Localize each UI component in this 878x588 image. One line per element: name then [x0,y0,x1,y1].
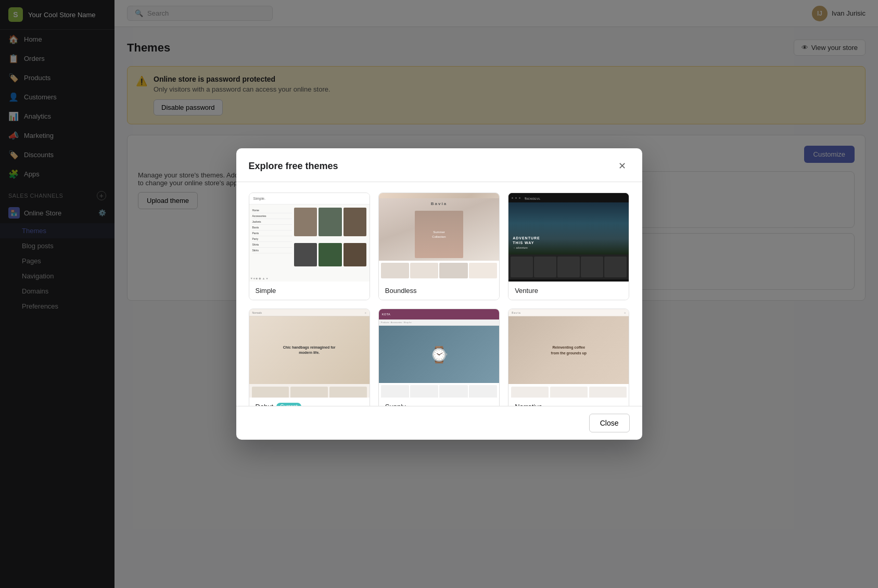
theme-name-simple: Simple [249,282,370,300]
theme-name-supply: Supply [379,398,499,406]
theme-preview-venture: SNOWDEVIL ADVENTURETHIS WAY → adventure [508,193,629,282]
modal-title: Explore free themes [249,161,338,172]
theme-preview-boundless: Bavia SummerCollection [379,193,499,282]
modal-body: Simple. Home Accessories Jackets Boots P… [236,182,642,406]
theme-name-venture: Venture [508,282,629,300]
close-icon: ✕ [618,160,626,172]
theme-item-boundless[interactable]: Bavia SummerCollection [378,193,500,300]
theme-item-venture[interactable]: SNOWDEVIL ADVENTURETHIS WAY → adventure [508,193,629,300]
theme-item-narrative[interactable]: Bavia ≡ Reinventing coffeefrom the groun… [508,309,629,406]
explore-themes-modal: Explore free themes ✕ Simple. Home [236,148,642,440]
theme-name-narrative: Narrative [508,398,629,406]
theme-name-debut: Debut Current [249,398,370,406]
theme-item-supply[interactable]: KOTA Products · Accessories · Shop for S… [378,309,500,406]
modal-overlay[interactable]: Explore free themes ✕ Simple. Home [0,0,878,588]
theme-preview-supply: KOTA Products · Accessories · Shop for [379,309,499,398]
theme-preview-narrative: Bavia ≡ Reinventing coffeefrom the groun… [508,309,629,398]
theme-item-simple[interactable]: Simple. Home Accessories Jackets Boots P… [249,193,370,300]
modal-footer: Close [236,406,642,440]
theme-name-boundless: Boundless [379,282,499,300]
modal-close-footer-button[interactable]: Close [589,414,630,432]
theme-preview-simple: Simple. Home Accessories Jackets Boots P… [249,193,370,282]
modal-header: Explore free themes ✕ [236,148,642,182]
theme-item-debut[interactable]: Nomads ≡ Chic handbags reimagined formod… [249,309,370,406]
themes-grid: Simple. Home Accessories Jackets Boots P… [249,193,630,406]
modal-close-button[interactable]: ✕ [615,159,630,173]
theme-preview-debut: Nomads ≡ Chic handbags reimagined formod… [249,309,370,398]
